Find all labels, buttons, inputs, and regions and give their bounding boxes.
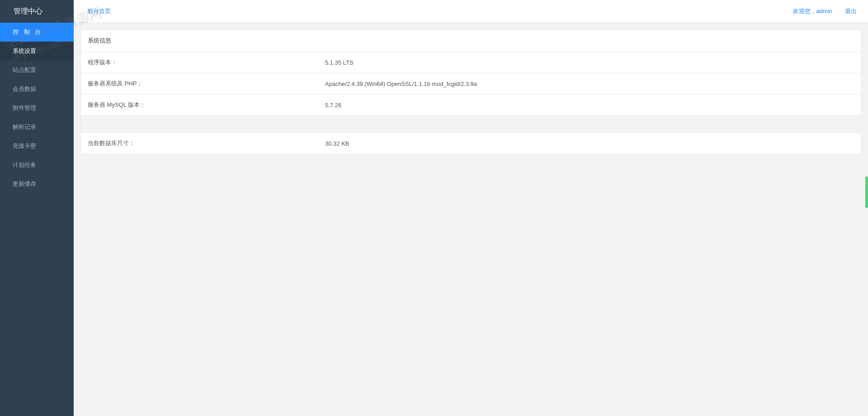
info-value: 5.7.26 — [318, 95, 861, 116]
sidebar-item-update-cache[interactable]: 更新缓存 — [0, 175, 74, 194]
info-value: Apache/2.4.39 (Win64) OpenSSL/1.1.1b mod… — [318, 73, 861, 95]
sidebar-item-site-config[interactable]: 站点配置 — [0, 61, 74, 80]
sidebar-title: 管理中心 — [0, 0, 74, 23]
sidebar-item-system-settings[interactable]: 系统设置 — [0, 42, 74, 61]
table-row: 当前数据库尺寸： 30.32 KB — [81, 133, 861, 154]
topbar-right: 欢迎您，admin 退出 — [793, 7, 857, 15]
system-info-panel: 系统信息 程序版本： 5.1.35 LTS 服务器系统及 PHP： Apache… — [80, 29, 861, 154]
topbar-left: 前台首页 — [87, 7, 111, 15]
info-label: 程序版本： — [81, 52, 318, 73]
info-label: 服务器系统及 PHP： — [81, 73, 318, 95]
info-label: 当前数据库尺寸： — [81, 133, 318, 154]
sidebar-item-parse-records[interactable]: 解析记录 — [0, 118, 74, 137]
panel-title: 系统信息 — [81, 30, 861, 52]
sidebar-item-attachment[interactable]: 附件管理 — [0, 99, 74, 118]
table-row: 服务器系统及 PHP： Apache/2.4.39 (Win64) OpenSS… — [81, 73, 861, 95]
info-value: 30.32 KB — [318, 133, 861, 154]
system-info-table: 程序版本： 5.1.35 LTS 服务器系统及 PHP： Apache/2.4.… — [81, 52, 861, 154]
content-area: 系统信息 程序版本： 5.1.35 LTS 服务器系统及 PHP： Apache… — [74, 23, 868, 416]
scroll-indicator — [865, 176, 868, 208]
topbar: 前台首页 欢迎您，admin 退出 — [74, 0, 868, 23]
frontend-home-link[interactable]: 前台首页 — [87, 8, 111, 14]
logout-link[interactable]: 退出 — [845, 7, 857, 15]
sidebar-item-recharge-card[interactable]: 充值卡密 — [0, 137, 74, 156]
sidebar-item-member-data[interactable]: 会员数据 — [0, 80, 74, 99]
sidebar-item-console[interactable]: 控 制 台 — [0, 23, 74, 42]
info-label: 服务器 MySQL 版本： — [81, 95, 318, 116]
welcome-text: 欢迎您，admin — [793, 7, 832, 15]
sidebar-item-scheduled-tasks[interactable]: 计划任务 — [0, 156, 74, 175]
table-row: 程序版本： 5.1.35 LTS — [81, 52, 861, 73]
sidebar: 管理中心 控 制 台 系统设置 站点配置 会员数据 附件管理 解析记录 充值卡密… — [0, 0, 74, 416]
table-row: 服务器 MySQL 版本： 5.7.26 — [81, 95, 861, 116]
gap-row — [81, 116, 861, 133]
info-value: 5.1.35 LTS — [318, 52, 861, 73]
